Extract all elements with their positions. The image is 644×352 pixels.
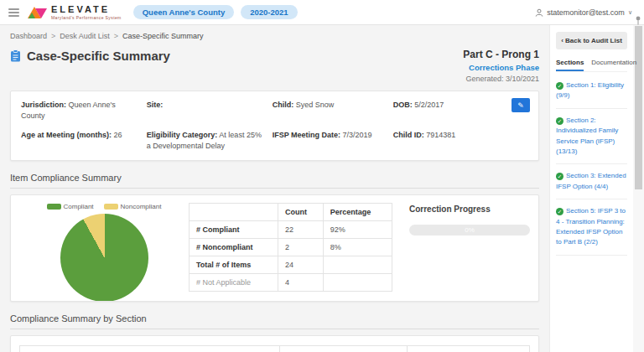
stats-header-count: Count (278, 204, 323, 221)
case-info-field: Jurisdiction: Queen Anne's County (21, 100, 140, 122)
menu-icon[interactable] (8, 8, 19, 17)
tab-documentation[interactable]: Documentation (591, 59, 636, 71)
sidebar-tabs: SectionsDocumentation (556, 59, 627, 72)
page-scrollbar-thumb[interactable] (635, 26, 642, 189)
breadcrumb-separator: > (114, 32, 118, 40)
stats-row-label: # Compliant (190, 221, 278, 239)
edit-button[interactable]: ✎ (512, 98, 530, 112)
stats-table-body: # Compliant2292%# Noncompliant28%Total #… (190, 221, 392, 292)
stats-row-count: 4 (278, 274, 323, 292)
stats-row-label: # Noncompliant (190, 239, 278, 256)
case-info-field: Child: Syed Snow (273, 100, 387, 122)
stats-row-percentage (323, 256, 392, 274)
pin-icon[interactable] (635, 13, 641, 28)
breadcrumb-item: Case-Specific Summary (122, 32, 204, 40)
field-label: DOB: (393, 101, 413, 109)
generated-date: Generated: 3/10/2021 (463, 75, 539, 83)
back-to-audit-list-button[interactable]: ‹ Back to Audit List (556, 32, 627, 49)
field-label: Child: (273, 101, 294, 109)
brand-name: ELEVATE (51, 5, 122, 14)
check-icon: ✓ (556, 173, 564, 180)
page-title-text: Case-Specific Summary (27, 49, 170, 63)
field-label: Child ID: (393, 131, 424, 139)
user-icon (535, 8, 543, 17)
chevron-down-icon: ∨ (628, 9, 632, 16)
breadcrumb-separator: > (51, 32, 55, 40)
correction-progress-bar: 0% (409, 225, 530, 236)
stats-row-count: 24 (278, 256, 323, 274)
compliance-stats-table: Count Percentage # Compliant2292%# Nonco… (189, 203, 392, 292)
stats-row-percentage: 92% (323, 221, 392, 239)
sidebar-item-section-2[interactable]: ✓Section 2: Individualized Family Servic… (556, 109, 627, 165)
user-email: statemonitor@test.com (547, 8, 625, 17)
sidebar-item-section-4[interactable]: ✓Section 5: IFSP 3 to 4 - Transition Pla… (556, 199, 627, 256)
check-icon: ✓ (556, 208, 564, 215)
section-summary-heading: Compliance Summary by Section (10, 313, 539, 329)
group-header-row: Compliance SummaryCorrection Status (20, 346, 530, 352)
pie-legend: CompliantNoncompliant (19, 203, 189, 210)
stats-row: # Compliant2292% (190, 221, 392, 239)
stats-row-label: Total # of Items (190, 256, 278, 274)
group-header-cell: Correction Status (408, 346, 530, 352)
field-label: IFSP Meeting Date: (273, 131, 340, 139)
case-info-grid: Jurisdiction: Queen Anne's CountySite: C… (21, 100, 528, 152)
pencil-icon: ✎ (517, 101, 524, 110)
county-badge: Queen Anne's County (133, 5, 235, 19)
year-badge: 2020-2021 (241, 5, 297, 19)
field-label: Jurisdiction: (21, 101, 66, 109)
section-summary-table: Compliance SummaryCorrection StatusSecti… (19, 345, 530, 352)
section-summary-head: Compliance SummaryCorrection StatusSecti… (20, 346, 530, 352)
breadcrumb-item[interactable]: Dashboard (10, 32, 47, 40)
legend-label: Compliant (64, 203, 94, 210)
section-summary-card: Compliance SummaryCorrection StatusSecti… (10, 335, 539, 352)
stats-row-count: 2 (278, 239, 323, 256)
logo-triangles-icon (28, 5, 48, 20)
field-label: Site: (147, 101, 164, 109)
sidebar-item-section-3[interactable]: ✓Section 3: Extended IFSP Option (4/4) (556, 164, 627, 199)
sidebar-section-list: ✓Section 1: Eligibility (9/9)✓Section 2:… (556, 74, 627, 256)
breadcrumb-item[interactable]: Desk Audit List (60, 32, 110, 40)
field-label: Age at Meeting (months): (21, 131, 112, 139)
context-badges: Queen Anne's County2020-2021 (133, 5, 298, 19)
stats-row-label: # Not Applicable (190, 274, 278, 292)
sidebar-item-section-1[interactable]: ✓Section 1: Eligibility (9/9) (556, 74, 627, 109)
stats-header-percentage: Percentage (323, 204, 392, 221)
stats-row-count: 22 (278, 221, 323, 239)
back-chevron-icon: ‹ (561, 37, 564, 44)
case-info-field: Child ID: 7914381 (393, 130, 527, 152)
stats-row: # Noncompliant28% (190, 239, 392, 256)
correction-progress-label: Correction Progress (409, 204, 530, 214)
stats-header-blank (190, 204, 278, 221)
page-title: Case-Specific Summary (10, 49, 170, 63)
sections-sidebar: ‹ Back to Audit List SectionsDocumentati… (549, 25, 633, 352)
legend-item: Compliant (47, 203, 94, 210)
page-scrollbar-track[interactable] (633, 25, 644, 352)
case-info-field: Age at Meeting (months): 26 (21, 130, 140, 152)
brand-tagline: Maryland's Performance System (51, 15, 122, 20)
app-logo[interactable]: ELEVATE Maryland's Performance System (28, 5, 122, 20)
case-info-field: DOB: 5/2/2017 (393, 100, 527, 122)
main-content: Dashboard>Desk Audit List>Case-Specific … (0, 25, 549, 352)
tab-sections[interactable]: Sections (556, 59, 584, 71)
stats-row: Total # of Items24 (190, 256, 392, 274)
breadcrumb: Dashboard>Desk Audit List>Case-Specific … (10, 32, 539, 40)
stats-row: # Not Applicable4 (190, 274, 392, 292)
legend-label: Noncompliant (121, 203, 162, 210)
correction-progress-value: 0% (409, 225, 530, 236)
check-icon: ✓ (556, 117, 564, 125)
case-info-field: IFSP Meeting Date: 7/3/2019 (273, 130, 387, 152)
check-icon: ✓ (556, 82, 564, 90)
case-info-field: Eligibility Category: At least 25% a Dev… (147, 130, 266, 152)
stats-row-percentage (323, 274, 392, 292)
compliance-pie-chart (60, 214, 148, 302)
part-label: Part C - Prong 1 (463, 49, 539, 60)
clipboard-icon (10, 49, 21, 62)
group-header-cell (20, 346, 280, 352)
back-button-label: Back to Audit List (565, 37, 622, 44)
item-compliance-card: CompliantNoncompliant Count Percentage #… (10, 194, 539, 302)
user-menu[interactable]: statemonitor@test.com ∨ (535, 8, 636, 17)
app-header: ELEVATE Maryland's Performance System Qu… (0, 0, 644, 25)
legend-item: Noncompliant (104, 203, 162, 210)
stats-row-percentage: 8% (323, 239, 392, 256)
legend-swatch (104, 204, 118, 210)
